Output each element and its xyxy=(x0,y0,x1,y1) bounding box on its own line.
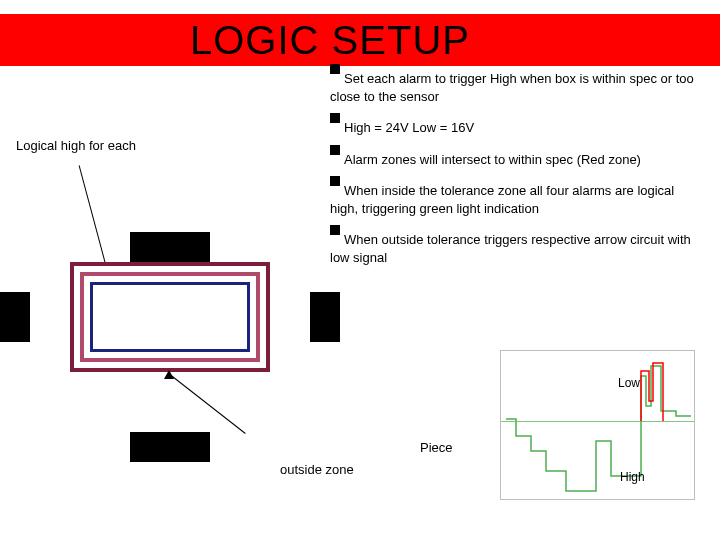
bullet-item: Set each alarm to trigger High when box … xyxy=(330,70,700,105)
label-piece: Piece xyxy=(420,440,453,455)
bullet-square-icon xyxy=(330,176,340,186)
graph-label-high: High xyxy=(620,470,645,484)
sensor-bar-top xyxy=(130,232,210,262)
bullet-text: Alarm zones will intersect to within spe… xyxy=(344,152,641,167)
sensor-diagram xyxy=(30,262,310,432)
bullet-text: When outside tolerance triggers respecti… xyxy=(330,232,691,265)
sensor-bar-right xyxy=(310,292,340,342)
sensor-bar-left xyxy=(0,292,30,342)
title-bar: LOGIC SETUP xyxy=(0,14,720,66)
bullet-square-icon xyxy=(330,113,340,123)
bullet-list: Set each alarm to trigger High when box … xyxy=(330,70,700,280)
page-title: LOGIC SETUP xyxy=(190,18,470,63)
bullet-text: Set each alarm to trigger High when box … xyxy=(330,71,694,104)
bullet-square-icon xyxy=(330,225,340,235)
bullet-square-icon xyxy=(330,145,340,155)
bullet-item: When inside the tolerance zone all four … xyxy=(330,182,700,217)
bullet-text: When inside the tolerance zone all four … xyxy=(330,183,674,216)
tolerance-mid-box xyxy=(80,272,260,362)
signal-graph xyxy=(500,350,695,500)
bullet-text: High = 24V Low = 16V xyxy=(344,120,474,135)
bullet-item: When outside tolerance triggers respecti… xyxy=(330,231,700,266)
bullet-square-icon xyxy=(330,64,340,74)
tolerance-inner-box xyxy=(90,282,250,352)
graph-plot xyxy=(501,351,696,501)
label-outside-zone: outside zone xyxy=(280,462,354,477)
sensor-bar-bottom xyxy=(130,432,210,462)
tolerance-outer-box xyxy=(70,262,270,372)
graph-label-low: Low xyxy=(618,376,640,390)
bullet-item: High = 24V Low = 16V xyxy=(330,119,700,137)
label-logical-high: Logical high for each xyxy=(16,138,136,153)
bullet-item: Alarm zones will intersect to within spe… xyxy=(330,151,700,169)
